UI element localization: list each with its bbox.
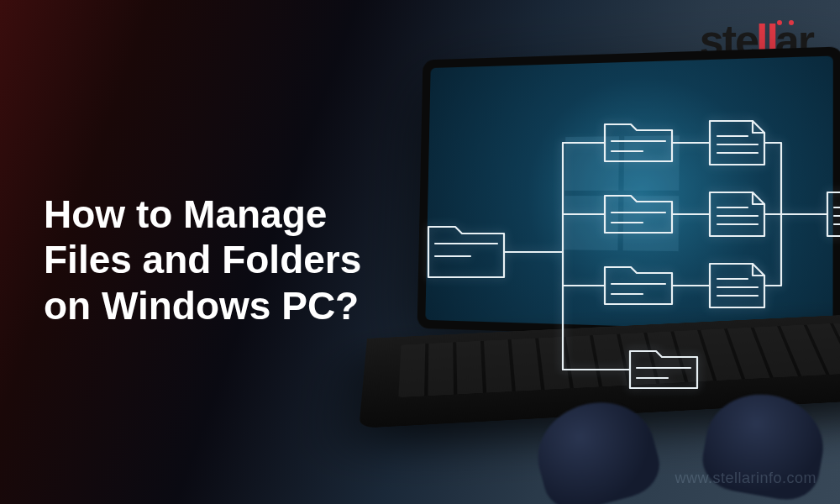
title-line: on Windows PC?: [44, 284, 359, 328]
brand-dot-icon: [777, 20, 782, 25]
laptop-illustration: [353, 59, 840, 496]
watermark-url: www.stellarinfo.com: [675, 470, 816, 487]
brand-dot-icon: [789, 20, 794, 25]
title-line: How to Manage: [44, 192, 327, 236]
page-title: How to Manage Files and Folders on Windo…: [44, 192, 361, 328]
title-line: Files and Folders: [44, 238, 361, 281]
windows-logo-icon: [564, 135, 680, 251]
laptop-screen: [425, 56, 832, 333]
laptop-bezel: [417, 46, 840, 342]
